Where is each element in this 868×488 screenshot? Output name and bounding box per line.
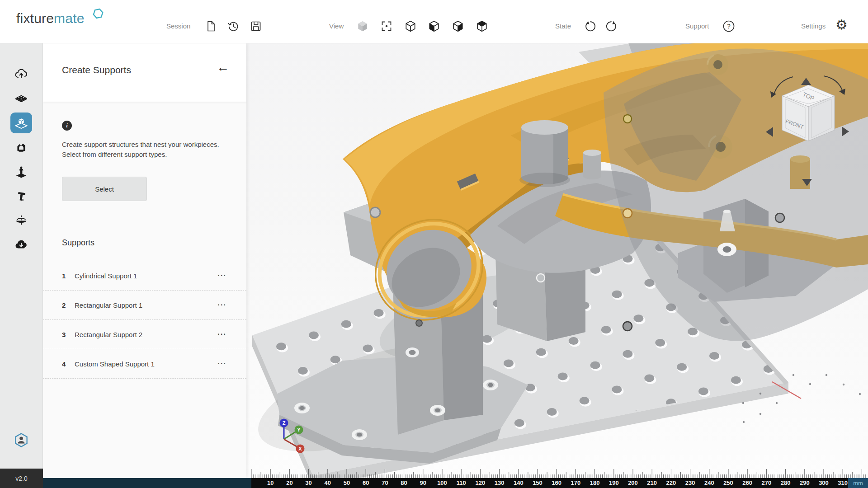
ruler-number: 200 — [625, 479, 641, 486]
support-group-label: Support — [685, 22, 709, 30]
support-row-4[interactable]: 4 Custom Shaped Support 1 ··· — [43, 349, 246, 379]
redo-icon[interactable] — [606, 20, 618, 33]
sidebar-item-baseplate[interactable] — [10, 88, 32, 109]
wireframe-cube-icon[interactable] — [404, 20, 417, 33]
ruler-number: 300 — [816, 479, 831, 486]
row-menu-icon[interactable]: ··· — [217, 359, 226, 368]
app-logo[interactable]: fixturemate — [16, 11, 85, 26]
info-icon: i — [62, 121, 72, 131]
version-badge: v2.0 — [0, 469, 43, 488]
clamp-icon — [14, 165, 28, 178]
shaded-cube-icon[interactable] — [356, 20, 369, 33]
row-menu-icon[interactable]: ··· — [217, 330, 226, 339]
panel-description: Create support structures that nest your… — [62, 140, 233, 160]
cube-left-face-icon[interactable] — [428, 20, 440, 33]
history-icon[interactable] — [227, 20, 240, 33]
sidebar-item-split[interactable] — [10, 210, 32, 231]
ruler-number: 60 — [358, 479, 373, 486]
ruler-number: 160 — [549, 479, 564, 486]
sidebar-item-labels[interactable] — [10, 186, 32, 206]
ruler-number: 10 — [263, 479, 278, 486]
cube-top-face-icon[interactable] — [476, 20, 488, 33]
ruler-number: 130 — [492, 479, 507, 486]
ruler-number: 190 — [606, 479, 622, 486]
support-name: Rectangular Support 2 — [75, 331, 142, 338]
viewport-3d: TOP FRONT Z Y X — [246, 43, 868, 488]
ruler-number: 40 — [320, 479, 335, 486]
view-group-label: View — [329, 22, 344, 30]
ruler-unit-badge: mm — [848, 478, 868, 488]
ruler-number: 50 — [339, 479, 354, 486]
ruler-number: 220 — [663, 479, 679, 486]
supports-heading: Supports — [62, 238, 94, 248]
support-index: 1 — [62, 272, 75, 280]
ruler-number: 280 — [778, 479, 793, 486]
support-name: Rectangular Support 1 — [75, 301, 142, 309]
session-group-label: Session — [166, 22, 190, 30]
ruler-number: 80 — [396, 479, 412, 486]
undo-icon[interactable] — [583, 20, 596, 33]
ruler-number: 30 — [301, 479, 316, 486]
sidebar-item-create-supports[interactable] — [10, 113, 32, 133]
cube-right-face-icon[interactable] — [452, 20, 464, 33]
support-index: 3 — [62, 331, 75, 338]
supports-list: 1 Cylindrical Support 1 ··· 2 Rectangula… — [43, 261, 246, 379]
ruler-number: 290 — [797, 479, 812, 486]
logo-hexagon-icon — [92, 8, 104, 19]
ruler-number: 20 — [282, 479, 297, 486]
label-icon — [14, 189, 28, 203]
support-row-2[interactable]: 2 Rectangular Support 1 ··· — [43, 291, 246, 320]
ruler-number: 250 — [721, 479, 736, 486]
ruler-number: 210 — [644, 479, 660, 486]
ruler-number: 100 — [434, 479, 450, 486]
bottom-bar — [43, 478, 251, 488]
sidebar-item-import[interactable] — [10, 64, 32, 84]
ruler-number: 120 — [472, 479, 488, 486]
sidebar-item-export[interactable] — [10, 235, 32, 255]
row-menu-icon[interactable]: ··· — [217, 300, 226, 310]
ruler-number: 180 — [587, 479, 603, 486]
logo-text-secondary: mate — [54, 11, 85, 26]
sidebar-item-clamps[interactable] — [10, 161, 32, 182]
axis-y-label: Y — [297, 427, 301, 432]
panel-header: Create Supports ← — [43, 43, 246, 102]
help-icon[interactable]: ? — [722, 20, 735, 33]
ruler-number: 140 — [511, 479, 526, 486]
sidebar-item-custom-support[interactable] — [10, 137, 32, 158]
user-hexagon-icon — [14, 432, 29, 448]
ruler-number: 230 — [683, 479, 698, 486]
create-supports-panel: Create Supports ← i Create support struc… — [43, 43, 246, 478]
support-name: Custom Shaped Support 1 — [75, 360, 155, 368]
gear-icon[interactable]: ⚙ — [835, 18, 848, 31]
support-row-3[interactable]: 3 Rectangular Support 2 ··· — [43, 320, 246, 349]
supports-icon — [14, 116, 28, 130]
back-arrow-icon[interactable]: ← — [217, 61, 229, 74]
row-menu-icon[interactable]: ··· — [217, 271, 226, 280]
support-cylinder-small — [583, 150, 601, 179]
support-index: 4 — [62, 360, 75, 368]
axis-x-label: X — [298, 446, 302, 451]
ruler-number-strip: 1020304050607080901001101201301401501601… — [251, 478, 848, 488]
cloud-upload-icon — [14, 67, 28, 81]
new-file-icon[interactable] — [204, 20, 217, 33]
axis-z-label: Z — [283, 420, 286, 426]
ruler-number: 170 — [568, 479, 583, 486]
support-row-1[interactable]: 1 Cylindrical Support 1 ··· — [43, 261, 246, 291]
logo-text-primary: fixture — [16, 11, 54, 26]
split-icon — [14, 214, 28, 227]
settings-group-label: Settings — [801, 22, 826, 30]
ruler-number: 240 — [702, 479, 717, 486]
baseplate-icon — [14, 92, 28, 105]
cloud-download-icon — [14, 238, 28, 252]
select-button[interactable]: Select — [62, 177, 147, 201]
sidebar-item-account[interactable] — [10, 430, 32, 450]
help-glyph: ? — [727, 23, 731, 30]
fit-view-icon[interactable] — [380, 20, 393, 33]
ruler-number: 270 — [759, 479, 774, 486]
ruler-number: 150 — [530, 479, 545, 486]
ruler-number: 90 — [415, 479, 431, 486]
top-bar: fixturemate Session View — [0, 0, 868, 43]
save-icon[interactable] — [250, 20, 262, 33]
panel-title: Create Supports — [62, 65, 131, 75]
scene-canvas[interactable]: TOP FRONT Z Y X — [246, 43, 868, 488]
